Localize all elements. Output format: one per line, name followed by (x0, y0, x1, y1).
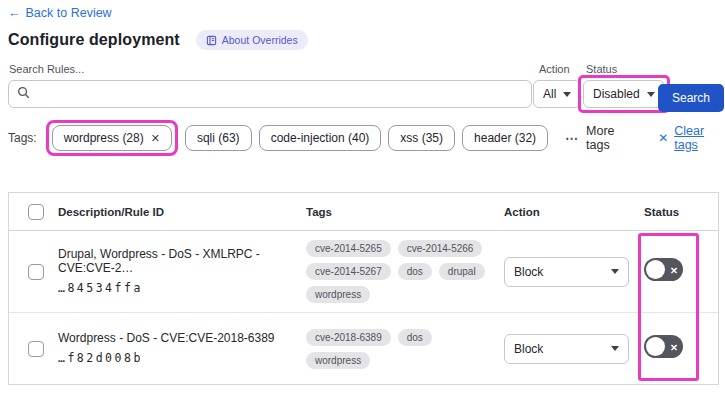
chevron-down-icon (611, 346, 619, 351)
close-icon: ✕ (670, 341, 678, 352)
action-filter-label: Action (539, 63, 570, 75)
rule-id: …84534ffa (58, 282, 292, 296)
rule-description: Drupal, Wordpress - DoS - XMLRPC - CVE:C… (58, 247, 292, 276)
toggle-knob (646, 337, 665, 356)
header-checkbox-cell (9, 204, 58, 220)
status-toggle-off[interactable]: ✕ (644, 335, 683, 358)
clear-tags-label: Clear tags (674, 124, 725, 152)
tag-chip-sqli[interactable]: sqli (63) (185, 125, 252, 151)
rule-tag: wordpress (306, 286, 370, 303)
toggle-knob (646, 260, 665, 279)
close-icon: ✕ (658, 131, 668, 145)
rule-tag: cve-2014-5265 (306, 240, 391, 257)
tag-chip-xss[interactable]: xss (35) (388, 125, 455, 151)
more-tags-label: More tags (586, 124, 635, 152)
status-filter-label: Status (586, 63, 617, 75)
rule-description-cell: Wordpress - DoS - CVE:CVE-2018-6389 …f82… (58, 331, 306, 366)
page-title: Configure deployment (8, 31, 180, 49)
clear-tags-button[interactable]: ✕ Clear tags (658, 124, 725, 152)
rule-tag: dos (398, 263, 432, 280)
row-checkbox[interactable] (28, 341, 44, 357)
rule-tags-cell: cve-2014-5265 cve-2014-5266 cve-2014-526… (306, 240, 502, 303)
row-checkbox-cell (9, 264, 58, 280)
rule-description-cell: Drupal, Wordpress - DoS - XMLRPC - CVE:C… (58, 247, 306, 297)
more-tags-button[interactable]: ⋯ More tags (565, 124, 635, 152)
tags-label: Tags: (8, 131, 37, 145)
column-header-action: Action (504, 206, 644, 218)
configure-deployment-page: ← Back to Review Configure deployment Ab… (0, 0, 725, 406)
rule-action-dropdown[interactable]: Block (504, 334, 629, 364)
search-rules-label: Search Rules... (9, 63, 84, 75)
chevron-down-icon (611, 269, 619, 274)
close-icon: ✕ (670, 264, 678, 275)
search-rules-box (8, 80, 532, 108)
action-filter-value: All (543, 87, 556, 101)
back-arrow-icon: ← (8, 6, 21, 20)
row-checkbox-cell (9, 341, 58, 357)
search-button[interactable]: Search (658, 84, 724, 112)
column-header-description: Description/Rule ID (58, 206, 306, 218)
table-row: Wordpress - DoS - CVE:CVE-2018-6389 …f82… (9, 313, 718, 384)
select-all-checkbox[interactable] (28, 204, 44, 220)
rule-status-cell: ✕ (644, 258, 718, 285)
search-rules-input[interactable] (36, 87, 523, 101)
rule-id: …f82d008b (58, 352, 292, 366)
selected-tag-highlight: wordpress (28) ✕ (46, 120, 178, 156)
rule-action-dropdown[interactable]: Block (504, 257, 629, 287)
rule-tag: dos (398, 329, 432, 346)
status-filter-highlight: Disabled (578, 75, 670, 113)
rule-status-cell: ✕ (644, 335, 718, 362)
status-toggle-off[interactable]: ✕ (644, 258, 683, 281)
status-filter-value: Disabled (593, 87, 640, 101)
rule-action-value: Block (514, 265, 543, 279)
column-header-tags: Tags (306, 206, 504, 218)
rule-action-value: Block (514, 342, 543, 356)
tags-filter-bar: Tags: wordpress (28) ✕ sqli (63) code-in… (8, 120, 725, 156)
about-overrides-label: About Overrides (222, 34, 298, 46)
rule-action-cell: Block (504, 257, 644, 287)
chevron-down-icon (647, 92, 655, 97)
rule-tags-cell: cve-2018-6389 dos wordpress (306, 329, 502, 369)
search-icon (17, 85, 30, 103)
rules-table: Description/Rule ID Tags Action Status D… (8, 192, 719, 385)
title-row: Configure deployment About Overrides (8, 30, 308, 50)
row-checkbox[interactable] (28, 264, 44, 280)
rule-tag: cve-2014-5267 (306, 263, 391, 280)
about-overrides-badge[interactable]: About Overrides (196, 30, 308, 50)
ellipsis-icon: ⋯ (565, 131, 579, 146)
tag-chip-wordpress[interactable]: wordpress (28) ✕ (52, 125, 172, 151)
close-icon[interactable]: ✕ (151, 132, 160, 145)
tag-chip-header[interactable]: header (32) (462, 125, 548, 151)
rule-tag: drupal (439, 263, 485, 280)
column-header-status: Status (644, 206, 718, 218)
book-icon (206, 35, 217, 46)
chevron-down-icon (563, 92, 571, 97)
action-filter-dropdown[interactable]: All (533, 80, 581, 108)
rule-tag: cve-2014-5266 (398, 240, 483, 257)
table-row: Drupal, Wordpress - DoS - XMLRPC - CVE:C… (9, 231, 718, 313)
tag-chip-label: wordpress (28) (64, 131, 144, 145)
status-filter-dropdown[interactable]: Disabled (583, 80, 665, 108)
table-header-row: Description/Rule ID Tags Action Status (9, 193, 718, 231)
back-link-label: Back to Review (26, 6, 112, 20)
rule-tag: cve-2018-6389 (306, 329, 391, 346)
tag-chip-code-injection[interactable]: code-injection (40) (259, 125, 382, 151)
rule-action-cell: Block (504, 334, 644, 364)
rule-description: Wordpress - DoS - CVE:CVE-2018-6389 (58, 331, 292, 345)
rule-tag: wordpress (306, 352, 370, 369)
back-to-review-link[interactable]: ← Back to Review (8, 6, 112, 20)
